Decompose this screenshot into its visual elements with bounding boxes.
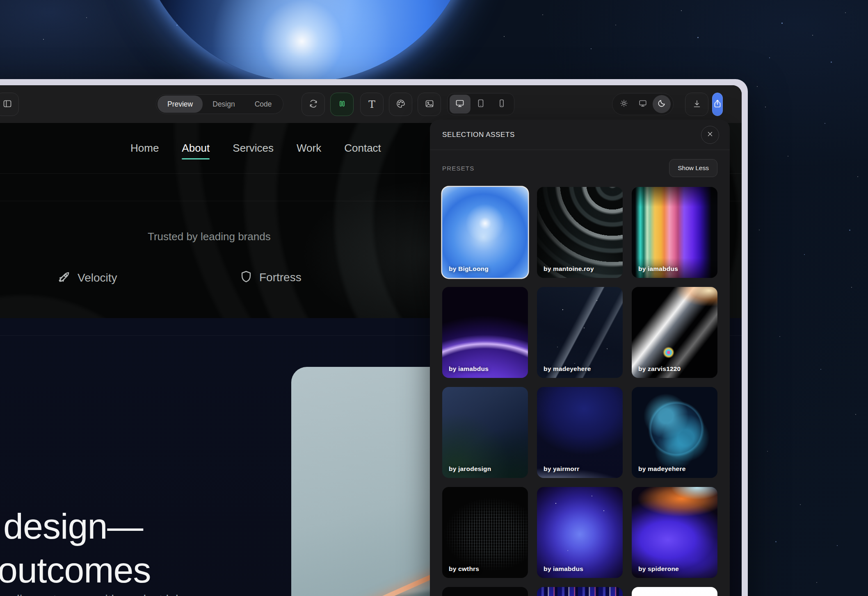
text-tool-icon: T	[368, 98, 375, 110]
theme-dark-button[interactable]	[653, 95, 671, 113]
rocket-icon	[57, 270, 71, 286]
brand-name: Velocity	[78, 271, 117, 284]
theme-system-button[interactable]	[634, 95, 652, 113]
preset-thumbnail[interactable]: by jarodesign	[442, 387, 528, 478]
image-icon	[425, 99, 434, 110]
palette-icon	[396, 99, 406, 110]
panel-body: PRESETS Show Less by BigLoong by mantoin…	[430, 150, 730, 596]
theme-toggle	[612, 93, 674, 115]
preset-author: by spiderone	[638, 565, 679, 573]
hero-arc-decoration	[0, 295, 178, 318]
share-icon	[713, 99, 722, 110]
preset-thumbnail[interactable]	[537, 587, 623, 596]
close-button[interactable]	[701, 126, 719, 144]
device-tablet-button[interactable]	[471, 95, 491, 114]
tab-design[interactable]: Design	[203, 96, 244, 113]
trusted-brands-heading: Trusted by leading brands	[148, 230, 271, 243]
headline-subtext: to align outcomes with product lab	[0, 593, 183, 596]
phone-icon	[497, 98, 507, 110]
refresh-icon	[308, 99, 318, 110]
preset-thumbnail[interactable]: by madeyehere	[537, 287, 623, 378]
preset-author: by mantoine.roy	[544, 265, 594, 273]
tablet-icon	[476, 98, 486, 110]
preset-author: by madeyehere	[638, 465, 685, 473]
monitor-icon	[638, 99, 647, 109]
preset-author: by zarvis1220	[638, 365, 681, 373]
presets-header-row: PRESETS Show Less	[442, 159, 717, 177]
view-mode-tabs: Preview Design Code	[156, 94, 283, 114]
presets-grid: by BigLoong by mantoine.roy by iamabdus …	[442, 187, 717, 596]
preset-thumbnail[interactable]: by iamabdus	[632, 187, 717, 278]
preset-thumbnail[interactable]: by spiderone	[632, 487, 717, 578]
panel-header: SELECTION ASSETS	[430, 120, 730, 150]
refresh-button[interactable]	[302, 93, 325, 116]
device-desktop-button[interactable]	[450, 95, 471, 114]
palette-button[interactable]	[389, 93, 412, 116]
moon-icon	[657, 99, 666, 109]
download-button[interactable]	[685, 93, 708, 116]
show-less-button[interactable]: Show Less	[669, 159, 717, 177]
tab-preview[interactable]: Preview	[158, 96, 203, 113]
preset-author: by yairmorr	[544, 465, 580, 473]
preset-thumbnail[interactable]: by iamabdus	[537, 487, 623, 578]
presets-label: PRESETS	[442, 165, 474, 172]
pause-icon	[337, 99, 347, 110]
nav-item-home[interactable]: Home	[130, 142, 159, 155]
pause-button[interactable]	[330, 93, 354, 116]
screenshot-root: Preview Design Code T	[0, 0, 868, 596]
preset-author: by BigLoong	[449, 265, 489, 273]
preset-author: by cwthrs	[449, 565, 479, 573]
nav-item-work[interactable]: Work	[297, 142, 321, 155]
page-headline: design— outcomes	[0, 504, 151, 592]
share-button[interactable]	[712, 93, 723, 116]
headline-line-2: outcomes	[0, 548, 151, 592]
preset-author: by iamabdus	[449, 365, 489, 373]
download-icon	[692, 99, 702, 110]
panel-title: SELECTION ASSETS	[442, 131, 515, 139]
preset-thumbnail[interactable]: by zarvis1220	[632, 287, 717, 378]
selection-assets-panel: SELECTION ASSETS PRESETS Show Less by Bi…	[430, 120, 730, 596]
preset-author: by jarodesign	[449, 465, 491, 473]
preset-thumbnail[interactable]: by iamabdus	[442, 287, 528, 378]
nav-item-services[interactable]: Services	[233, 142, 274, 155]
app-toolbar: Preview Design Code T	[0, 85, 742, 123]
preset-author: by iamabdus	[638, 265, 678, 273]
preset-thumbnail[interactable]: by mantoine.roy	[537, 187, 623, 278]
sidebar-toggle-icon	[2, 99, 12, 110]
sidebar-toggle-button[interactable]	[0, 93, 19, 116]
preset-thumbnail[interactable]	[632, 587, 717, 596]
preset-author: by madeyehere	[544, 365, 591, 373]
tab-code[interactable]: Code	[245, 96, 282, 113]
device-phone-button[interactable]	[491, 95, 512, 114]
app-window: Preview Design Code T	[0, 79, 748, 596]
preset-author: by iamabdus	[544, 565, 583, 573]
image-button[interactable]	[418, 93, 441, 116]
preset-thumbnail[interactable]	[442, 587, 528, 596]
sun-icon	[619, 99, 628, 109]
brand-name: Fortress	[259, 271, 302, 284]
theme-light-button[interactable]	[615, 95, 633, 113]
brand-fortress: Fortress	[239, 270, 302, 285]
headline-line-1: design—	[0, 504, 151, 548]
preset-thumbnail[interactable]: by cwthrs	[442, 487, 528, 578]
nav-item-contact[interactable]: Contact	[344, 142, 381, 155]
stars-bright-layer	[0, 0, 1, 1]
desktop-icon	[455, 98, 465, 110]
earth-planet-image	[135, 0, 475, 82]
preset-thumbnail[interactable]: by BigLoong	[442, 187, 528, 278]
device-preview-toggle	[447, 93, 514, 115]
preset-thumbnail[interactable]: by yairmorr	[537, 387, 623, 478]
shield-icon	[239, 270, 253, 285]
app-content: Preview Design Code T	[0, 85, 742, 596]
preset-thumbnail[interactable]: by madeyehere	[632, 387, 717, 478]
text-tool-button[interactable]: T	[360, 93, 384, 116]
nav-item-about[interactable]: About	[182, 142, 210, 155]
close-icon	[706, 130, 714, 139]
brand-velocity: Velocity	[57, 270, 117, 286]
